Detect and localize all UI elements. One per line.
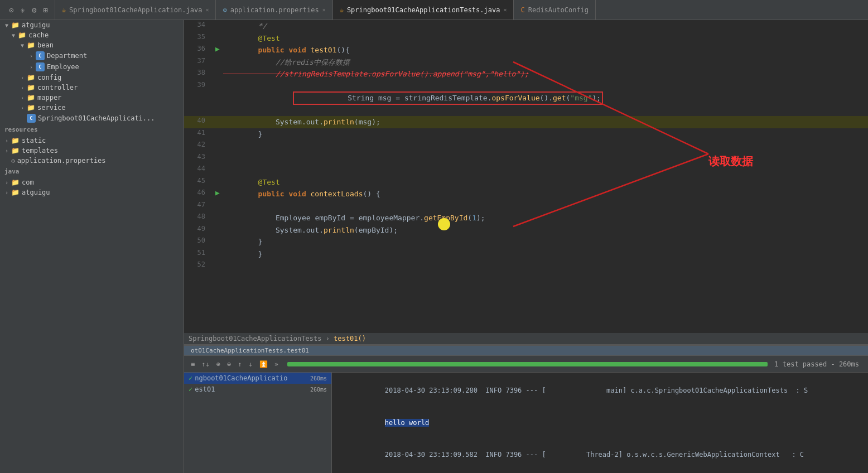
class-icon: C <box>36 51 45 60</box>
toolbar-btn-5[interactable]: ↑ <box>235 359 244 369</box>
code-line-39: 39 String msg = stringRedisTemplate.opsF… <box>184 80 868 117</box>
sidebar-label-employee: Employee <box>47 63 79 71</box>
progress-bar-container: 1 test passed - 260ms <box>283 360 864 368</box>
line-gutter <box>212 32 223 45</box>
console-line-3: 2018-04-30 23:13:09.582 INFO 7396 --- [ … <box>336 439 864 471</box>
line-gutter <box>212 68 223 80</box>
line-gutter <box>212 212 223 224</box>
line-gutter: ▶ <box>212 44 223 56</box>
console-line-2: hello world <box>336 407 864 440</box>
tool-icon-1[interactable]: ⊙ <box>7 4 16 16</box>
sidebar-item-department[interactable]: › C Department <box>0 50 184 61</box>
line-code: public void contextLoads() { <box>223 188 868 200</box>
code-line-42: 42 <box>184 140 868 152</box>
sidebar-item-bean[interactable]: ▼ 📁 bean <box>0 40 184 50</box>
folder-icon: 📁 <box>27 104 35 112</box>
arrow-icon: › <box>18 85 27 91</box>
test-badge-1: 260ms <box>310 375 327 382</box>
sidebar-item-atguigu2[interactable]: › 📁 atguigu <box>0 187 184 197</box>
toolbar-btn-1[interactable]: ≡ <box>189 359 197 369</box>
test-time: 260ms <box>839 360 859 368</box>
progress-bar <box>287 362 768 366</box>
sidebar-item-controller[interactable]: › 📁 controller <box>0 83 184 93</box>
toolbar-btn-7[interactable]: ⏫ <box>257 359 270 369</box>
line-gutter <box>212 80 223 117</box>
arrow-icon: › <box>18 95 27 101</box>
tool-icon-3[interactable]: ⚙ <box>30 4 38 16</box>
sidebar-item-atguigu[interactable]: ▼ 📁 atguigu <box>0 20 184 30</box>
tab-application-props[interactable]: ⚙ application.properties ✕ <box>216 0 332 20</box>
arrow-icon: ▼ <box>9 32 18 38</box>
line-num: 42 <box>184 140 212 152</box>
toolbar-btn-4[interactable]: ⊖ <box>225 359 233 369</box>
arrow-icon: › <box>18 105 27 111</box>
line-num: 50 <box>184 236 212 248</box>
class-icon: C <box>27 114 36 123</box>
code-line-38: 38 //stringRedisTemplate.opsForValue().a… <box>184 68 868 80</box>
sidebar-label-main-class: Springboot01CacheApplicati... <box>38 114 155 122</box>
java-file-icon: ☕ <box>62 6 66 14</box>
tab-close-3[interactable]: ✕ <box>503 7 507 13</box>
sidebar-label-static: static <box>22 137 46 144</box>
sidebar-item-com[interactable]: › 📁 com <box>0 177 184 187</box>
code-line-36: 36 ▶ public void test01(){ <box>184 44 868 56</box>
arrow-icon: › <box>2 148 11 154</box>
bottom-toolbar: ≡ ↑↓ ⊕ ⊖ ↑ ↓ ⏫ » 1 test passed - 260ms <box>184 356 868 373</box>
line-code: public void test01(){ <box>223 44 868 56</box>
console-panel[interactable]: 2018-04-30 23:13:09.280 INFO 7396 --- [ … <box>332 373 868 473</box>
line-code <box>223 164 868 176</box>
tab-springboot-app[interactable]: ☕ Springboot01CacheApplication.java ✕ <box>55 0 216 20</box>
test-item-label-1: ngboot01CacheApplicatio <box>195 374 287 382</box>
folder-icon: 📁 <box>11 178 20 186</box>
line-num: 36 <box>184 44 212 56</box>
toolbar-btn-2[interactable]: ↑↓ <box>199 359 211 369</box>
line-code: System.out.println(empById); <box>223 224 868 236</box>
line-num: 43 <box>184 152 212 165</box>
test-list-item-1[interactable]: ✓ ngboot01CacheApplicatio 260ms <box>184 373 331 384</box>
run-gutter-icon[interactable]: ▶ <box>215 45 220 53</box>
sidebar-item-cache[interactable]: ▼ 📁 cache <box>0 30 184 40</box>
sidebar-item-main-class[interactable]: C Springboot01CacheApplicati... <box>0 113 184 124</box>
tool-icon-4[interactable]: ⊞ <box>41 4 50 16</box>
arrow-icon: › <box>2 180 11 186</box>
toolbar-btn-3[interactable]: ⊕ <box>214 359 223 369</box>
sidebar-item-static[interactable]: › 📁 static <box>0 136 184 146</box>
code-line-35: 35 @Test <box>184 32 868 45</box>
class-icon: C <box>36 62 45 71</box>
test-time-separator: - <box>831 360 838 368</box>
sidebar-item-config[interactable]: › 📁 config <box>0 73 184 83</box>
sidebar-item-mapper[interactable]: › 📁 mapper <box>0 93 184 103</box>
code-line-47: 47 <box>184 200 868 213</box>
breadcrumb-class: Springboot01CacheApplicationTests <box>189 335 321 342</box>
tab-redis-config[interactable]: C RedisAutoConfig <box>514 0 596 20</box>
sidebar-item-application-props[interactable]: ⚙ application.properties <box>0 156 184 166</box>
tool-icon-2[interactable]: ✳ <box>18 4 27 16</box>
sidebar-label-com: com <box>22 178 34 186</box>
line-code <box>223 152 868 165</box>
tab-close-2[interactable]: ✕ <box>322 7 326 13</box>
editor-content[interactable]: 34 */ 35 @Test 36 <box>184 20 868 333</box>
line-gutter <box>212 176 223 189</box>
test-list-item-2[interactable]: ✓ est01 260ms <box>184 384 331 395</box>
tab-label-3: Springboot01CacheApplicationTests.java <box>347 6 500 14</box>
line-code: @Test <box>223 32 868 45</box>
toolbar-btn-8[interactable]: » <box>272 359 281 369</box>
toolbar-btn-6[interactable]: ↓ <box>246 359 254 369</box>
code-table: 34 */ 35 @Test 36 <box>184 20 868 272</box>
main-layout: ▼ 📁 atguigu ▼ 📁 cache ▼ 📁 bean › C Depar… <box>0 20 868 473</box>
props-file-icon: ⚙ <box>223 6 226 14</box>
sidebar-item-service[interactable]: › 📁 service <box>0 103 184 113</box>
line-gutter <box>212 224 223 236</box>
folder-icon: 📁 <box>27 74 35 81</box>
folder-icon: 📁 <box>27 94 35 102</box>
code-line-46: 46 ▶ public void contextLoads() { <box>184 188 868 200</box>
tab-springboot-test[interactable]: ☕ Springboot01CacheApplicationTests.java… <box>333 0 514 20</box>
sidebar-item-templates[interactable]: › 📁 templates <box>0 146 184 156</box>
line-num: 48 <box>184 212 212 224</box>
run-gutter-icon-2[interactable]: ▶ <box>215 189 220 197</box>
sidebar-item-employee[interactable]: › C Employee <box>0 61 184 73</box>
line-gutter <box>212 248 223 260</box>
tab-close-1[interactable]: ✕ <box>205 7 209 13</box>
arrow-icon: › <box>27 64 36 70</box>
line-code: @Test <box>223 176 868 189</box>
